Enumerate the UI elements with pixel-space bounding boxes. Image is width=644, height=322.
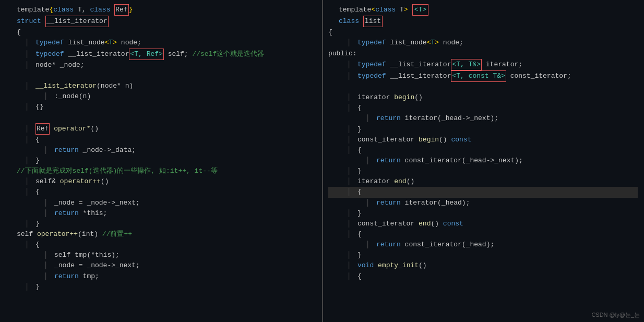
watermark: CSDN @ly@눈_눈 <box>591 311 640 319</box>
code-line: │ { <box>328 229 638 240</box>
code-line: │ typedef list_node<T> node; <box>328 38 638 48</box>
code-line: │ return tmp; <box>6 271 316 282</box>
code-line: │ { <box>6 135 316 145</box>
code-line: │ node* _node; <box>6 60 316 70</box>
code-line: public: <box>328 49 638 59</box>
code-line <box>6 70 316 81</box>
code-line: │ typedef __list_iterator<T, const T&> c… <box>328 70 638 82</box>
code-line: │ self tmp(*this); <box>6 250 316 260</box>
code-line: struct __list_iterator <box>6 16 316 27</box>
code-line: │ iterator end() <box>328 176 638 187</box>
code-line: │ } <box>6 282 316 292</box>
code-line: │ void empty_init() <box>328 260 638 271</box>
code-line: │ const_iterator end() const <box>328 219 638 229</box>
code-line: │ typedef __list_iterator<T, T&> iterato… <box>328 59 638 70</box>
code-line: │ return iterator(_head->_next); <box>328 113 638 124</box>
code-line: │ { <box>328 187 638 197</box>
code-line: │ _node = _node->_next; <box>6 260 316 271</box>
code-line: │ } <box>328 166 638 176</box>
code-line: │ _node = _node->_next; <box>6 198 316 208</box>
code-line: │ typedef __list_iterator<T, Ref> self; … <box>6 49 316 60</box>
code-line: │ { <box>328 271 638 282</box>
code-line: │ } <box>328 208 638 219</box>
code-line: │ { <box>6 187 316 197</box>
code-line <box>6 112 316 123</box>
code-line: │ } <box>6 156 316 166</box>
left-code-pane: template{class T, class Ref} struct __li… <box>0 0 323 322</box>
right-code-pane: template<class T> <T> class list { │ typ… <box>323 0 644 322</box>
code-line: template<class T> <T> <box>328 4 638 16</box>
code-line: │ Ref operator*() <box>6 123 316 135</box>
code-line: │ return _node->_data; <box>6 145 316 156</box>
code-line: │ } <box>328 250 638 260</box>
code-line <box>328 82 638 92</box>
code-line: │ self& operator++() <box>6 176 316 187</box>
ref-box: Ref <box>114 4 128 16</box>
code-line: │ { <box>328 145 638 156</box>
code-line: │ return const_iterator(_head->_next); <box>328 156 638 166</box>
code-line: │ __list_iterator(node* n) <box>6 81 316 91</box>
code-line: │ typedef list_node<T> node; <box>6 38 316 48</box>
code-line: │ return const_iterator(_head); <box>328 240 638 250</box>
code-line: template{class T, class Ref} <box>6 4 316 16</box>
code-line: │ const_iterator begin() const <box>328 135 638 145</box>
code-line: { <box>6 27 316 38</box>
code-line: │ return *this; <box>6 208 316 219</box>
code-line: class list <box>328 16 638 27</box>
code-line: //下面就是完成对self(迭代器)的一些操作, 如:it++, it--等 <box>6 166 316 176</box>
code-line: self operator++(int) //前置++ <box>6 229 316 240</box>
code-line: │ { <box>6 240 316 250</box>
code-line: │ {} <box>6 102 316 112</box>
code-line: { <box>328 27 638 38</box>
code-line: │ } <box>328 124 638 135</box>
code-line: │ :_node(n) <box>6 91 316 102</box>
code-line: │ return iterator(_head); <box>328 198 638 208</box>
code-line: │ iterator begin() <box>328 92 638 103</box>
code-line: │ } <box>6 219 316 229</box>
code-line: │ { <box>328 103 638 113</box>
